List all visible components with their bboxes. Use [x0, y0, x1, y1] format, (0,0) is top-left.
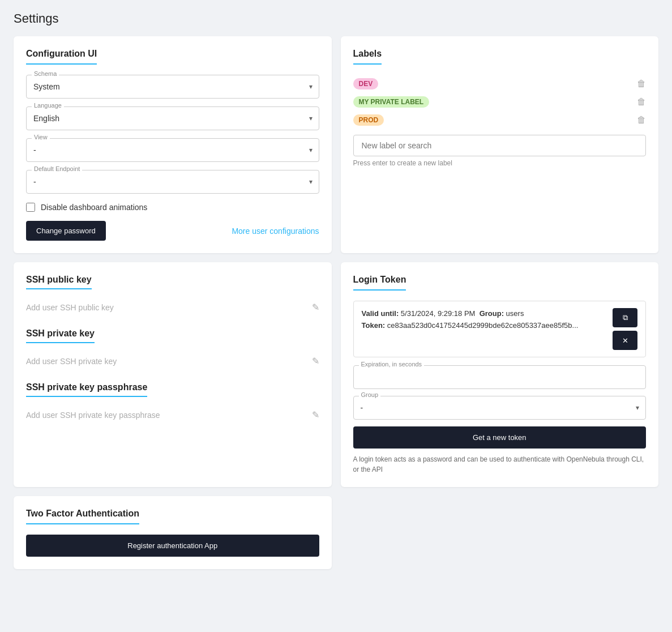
default-endpoint-field: Default Endpoint - Option 1 ▾: [26, 170, 319, 194]
ssh-private-edit-icon[interactable]: ✎: [312, 356, 319, 366]
group-select[interactable]: - users admin: [353, 396, 647, 420]
ssh-passphrase-section: SSH private key passphrase Add user SSH …: [26, 382, 319, 426]
group-select-label: Group: [359, 391, 381, 398]
language-select[interactable]: English Spanish French: [26, 106, 319, 130]
expiration-label: Expiration, in seconds: [359, 361, 425, 368]
disable-animations-label: Disable dashboard animations: [41, 203, 147, 212]
ssh-private-row: Add user SSH private key ✎: [26, 350, 319, 372]
two-fa-title: Two Factor Authentication: [26, 509, 139, 524]
copy-token-button[interactable]: ⧉: [613, 308, 637, 327]
expiration-input[interactable]: 36000: [353, 365, 647, 389]
delete-label-dev-icon[interactable]: 🗑: [637, 79, 646, 89]
ssh-private-placeholder: Add user SSH private key: [26, 357, 117, 366]
token-value: ce83aa523d0c41752445d2999bde62ce805337ae…: [387, 321, 579, 330]
group-value: users: [506, 309, 524, 318]
get-new-token-button[interactable]: Get a new token: [353, 426, 647, 449]
token-info-text: Valid until: 5/31/2024, 9:29:18 PM Group…: [362, 308, 579, 332]
login-token-title: Login Token: [353, 275, 406, 291]
more-config-link[interactable]: More user configurations: [232, 227, 319, 236]
token-info-box: Valid until: 5/31/2024, 9:29:18 PM Group…: [353, 301, 647, 357]
language-field: Language English Spanish French ▾: [26, 106, 319, 130]
ssh-public-row: Add user SSH public key ✎: [26, 296, 319, 318]
label-badge-dev: DEV: [353, 78, 379, 89]
labels-title: Labels: [353, 49, 382, 65]
schema-label: Schema: [32, 70, 59, 77]
ssh-private-title: SSH private key: [26, 328, 95, 343]
label-search-hint: Press enter to create a new label: [353, 159, 647, 167]
ssh-private-section: SSH private key Add user SSH private key…: [26, 328, 319, 372]
page-title: Settings: [14, 11, 658, 26]
ssh-passphrase-placeholder: Add user SSH private key passphrase: [26, 411, 160, 420]
label-badge-prod: PROD: [353, 114, 384, 126]
change-password-button[interactable]: Change password: [26, 221, 106, 241]
ssh-passphrase-title: SSH private key passphrase: [26, 382, 147, 397]
language-label: Language: [32, 102, 64, 109]
view-field: View - Option 1 ▾: [26, 138, 319, 162]
delete-token-button[interactable]: ✕: [613, 331, 637, 350]
labels-card: Labels DEV 🗑 MY PRIVATE LABEL 🗑 PROD 🗑 P…: [341, 36, 659, 253]
ssh-passphrase-row: Add user SSH private key passphrase ✎: [26, 404, 319, 426]
delete-label-private-icon[interactable]: 🗑: [637, 97, 646, 107]
schema-select[interactable]: System Custom: [26, 75, 319, 99]
valid-until-value: 5/31/2024, 9:29:18 PM: [401, 309, 476, 318]
group-label: Group:: [480, 309, 504, 318]
view-select[interactable]: - Option 1: [26, 138, 319, 162]
ssh-public-title: SSH public key: [26, 275, 92, 289]
delete-label-prod-icon[interactable]: 🗑: [637, 115, 646, 125]
token-note: A login token acts as a password and can…: [353, 454, 647, 475]
ssh-public-edit-icon[interactable]: ✎: [312, 302, 319, 313]
config-footer: Change password More user configurations: [26, 221, 319, 241]
two-fa-section: Two Factor Authentication Register authe…: [14, 496, 658, 569]
group-select-field: Group - users admin ▾: [353, 396, 647, 420]
disable-animations-checkbox[interactable]: [26, 203, 35, 212]
default-endpoint-select[interactable]: - Option 1: [26, 170, 319, 194]
schema-field: Schema System Custom ▾: [26, 75, 319, 99]
ssh-card: SSH public key Add user SSH public key ✎…: [14, 262, 332, 487]
ssh-passphrase-edit-icon[interactable]: ✎: [312, 409, 319, 420]
view-label: View: [32, 134, 50, 140]
token-action-buttons: ⧉ ✕: [613, 308, 637, 350]
config-ui-title: Configuration UI: [26, 49, 97, 65]
login-token-card: Login Token Valid until: 5/31/2024, 9:29…: [341, 262, 659, 487]
token-label: Token:: [362, 321, 386, 330]
two-fa-card: Two Factor Authentication Register authe…: [14, 496, 332, 569]
label-item-private: MY PRIVATE LABEL 🗑: [353, 93, 647, 111]
register-auth-app-button[interactable]: Register authentication App: [26, 535, 319, 557]
config-ui-card: Configuration UI Schema System Custom ▾ …: [14, 36, 332, 253]
ssh-public-section: SSH public key Add user SSH public key ✎: [26, 275, 319, 318]
label-search-input[interactable]: [353, 135, 647, 156]
label-item-prod: PROD 🗑: [353, 111, 647, 129]
default-endpoint-label: Default Endpoint: [32, 165, 82, 172]
disable-animations-row: Disable dashboard animations: [26, 203, 319, 212]
expiration-field: Expiration, in seconds 36000: [353, 365, 647, 389]
label-item-dev: DEV 🗑: [353, 75, 647, 93]
ssh-public-placeholder: Add user SSH public key: [26, 303, 114, 312]
label-badge-private: MY PRIVATE LABEL: [353, 96, 430, 108]
valid-until-label: Valid until:: [362, 309, 399, 318]
